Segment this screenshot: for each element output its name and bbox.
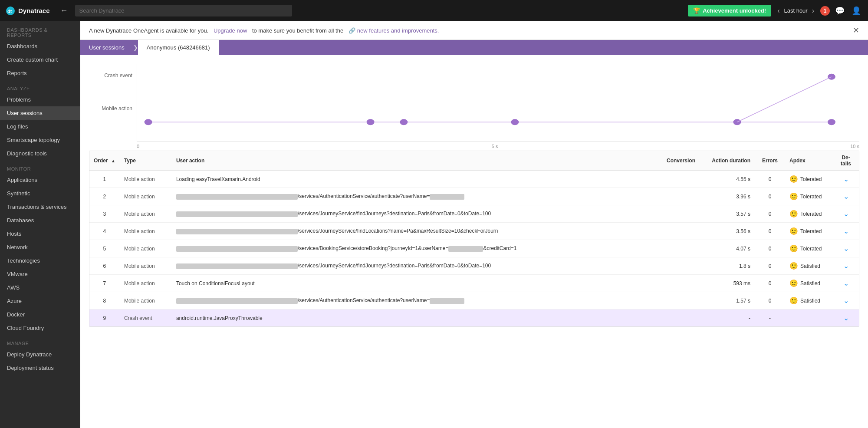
chevron-button-5[interactable]: ⌄ [841,261,852,271]
th-apdex[interactable]: Apdex [785,151,833,171]
sidebar-item-cloud-foundry[interactable]: Cloud Foundry [0,321,80,335]
topbar: dt Dynatrace ← 🏆 Achievement unlocked! ‹… [0,0,868,21]
sidebar-section-label-manage: Manage [0,335,80,348]
sidebar-section-analyze: Analyze Problems User sessions Log files… [0,80,80,160]
banner-close-button[interactable]: ✕ [853,26,859,35]
action-text-3: /services/JourneyService/findLocations?n… [298,228,498,234]
chevron-button-6[interactable]: ⌄ [841,278,852,288]
th-details[interactable]: De-tails [833,151,859,171]
sidebar-item-custom-chart[interactable]: Create custom chart [0,53,80,66]
achievement-button[interactable]: 🏆 Achievement unlocked! [688,5,771,16]
main-content: A new Dynatrace OneAgent is available fo… [80,21,868,428]
sidebar-item-synthetic[interactable]: Synthetic [0,187,80,200]
external-link-icon: 🔗 [349,27,355,34]
sidebar-item-deployment-status[interactable]: Deployment status [0,361,80,375]
td-action-5: /services/JourneyService/findJourneys?de… [172,257,659,275]
chevron-button-3[interactable]: ⌄ [841,226,852,236]
chevron-button-7[interactable]: ⌄ [841,296,852,306]
th-action-duration[interactable]: Action duration [703,151,755,171]
td-conversion-4 [659,240,703,257]
apdex-icon-0: 🙂 [789,175,798,183]
redacted-suffix-4 [448,246,483,252]
td-details-2: ⌄ [833,205,859,223]
th-user-action[interactable]: User action [172,151,659,171]
time-prev-button[interactable]: ‹ [775,5,782,16]
sidebar-section-dashboards: Dashboards & reports Dashboards Create c… [0,21,80,80]
sidebar-item-smartscape[interactable]: Smartscape topology [0,133,80,147]
sidebar-item-dashboards[interactable]: Dashboards [0,40,80,53]
td-duration-5: 1.8 s [703,257,755,275]
td-errors-3: 0 [755,223,785,240]
sidebar-item-deploy[interactable]: Deploy Dynatrace [0,348,80,361]
svg-point-6 [400,119,408,125]
chevron-button-1[interactable]: ⌄ [841,191,852,201]
td-details-4: ⌄ [833,240,859,257]
redacted-prefix-3 [176,229,298,234]
search-input[interactable] [75,5,292,16]
chevron-button-0[interactable]: ⌄ [841,174,852,184]
td-errors-8: - [755,309,785,327]
td-action-0: Loading easyTravelXamarin.Android [172,171,659,188]
action-text-5: /services/JourneyService/findJourneys?de… [298,263,491,269]
td-order-2: 2 [89,188,120,205]
sidebar-item-hosts[interactable]: Hosts [0,227,80,240]
time-axis: 0 5 s 10 s [137,142,859,151]
redacted-prefix-1 [176,194,298,200]
achievement-label: Achievement unlocked! [703,7,766,14]
td-type-6: Mobile action [120,275,172,292]
sidebar-item-vmware[interactable]: VMware [0,267,80,281]
banner-features-link[interactable]: new features and improvements. [357,27,439,34]
td-apdex-5: 🙂Satisfied [785,257,833,275]
apdex-label-5: Satisfied [800,263,820,269]
time-next-button[interactable]: › [809,5,817,16]
svg-point-5 [367,119,375,125]
th-errors[interactable]: Errors [755,151,785,171]
chat-icon[interactable]: 💬 [833,4,846,17]
sidebar-item-applications[interactable]: Applications [0,173,80,187]
td-apdex-4: 🙂Tolerated [785,240,833,257]
time-axis-0: 0 [137,144,139,149]
td-type-7: Mobile action [120,292,172,309]
chevron-button-2[interactable]: ⌄ [841,209,852,219]
user-icon[interactable]: 👤 [850,4,863,17]
sidebar-item-reports[interactable]: Reports [0,66,80,80]
sidebar-item-log-files[interactable]: Log files [0,120,80,133]
breadcrumb-tab-user-sessions[interactable]: User sessions [80,40,133,55]
td-errors-2: 0 [755,205,785,223]
sidebar-item-azure[interactable]: Azure [0,294,80,308]
td-apdex-0: 🙂Tolerated [785,171,833,188]
th-conversion[interactable]: Conversion [659,151,703,171]
table-row: 8Mobile action/services/AuthenticationSe… [89,292,859,309]
sidebar-item-technologies[interactable]: Technologies [0,254,80,267]
redacted-prefix-5 [176,263,298,269]
redacted-suffix-7 [430,298,464,304]
td-order-1: 1 [89,171,120,188]
breadcrumb-tab-anonymous[interactable]: Anonymous (648246681) [138,40,219,55]
sidebar-item-transactions[interactable]: Transactions & services [0,200,80,214]
crash-event-label: Crash event [89,68,137,79]
td-conversion-5 [659,257,703,275]
sidebar-item-aws[interactable]: AWS [0,281,80,294]
td-order-9: 9 [89,309,120,327]
sidebar-item-user-sessions[interactable]: User sessions [0,106,80,120]
sidebar-item-network[interactable]: Network [0,240,80,254]
sidebar-item-diagnostic-tools[interactable]: Diagnostic tools [0,147,80,160]
td-apdex-8 [785,309,833,327]
svg-point-4 [145,119,152,125]
table-row: 6Mobile action/services/JourneyService/f… [89,257,859,275]
redacted-prefix-7 [176,298,298,304]
apdex-label-3: Tolerated [800,228,822,234]
chevron-button-4[interactable]: ⌄ [841,244,852,254]
banner-upgrade-link[interactable]: Upgrade now [214,27,247,34]
svg-point-7 [511,119,519,125]
chevron-button-8[interactable]: ⌄ [841,313,852,323]
sidebar-item-databases[interactable]: Databases [0,214,80,227]
time-axis-10s: 10 s [850,144,859,149]
back-button[interactable]: ← [57,4,72,17]
th-type[interactable]: Type [120,151,172,171]
table-wrapper: Order ▲ Type User action Conversion Acti… [89,151,859,327]
sidebar-item-problems[interactable]: Problems [0,93,80,106]
notification-badge[interactable]: 1 [820,6,830,16]
sidebar-item-docker[interactable]: Docker [0,308,80,321]
th-order[interactable]: Order ▲ [89,151,120,171]
